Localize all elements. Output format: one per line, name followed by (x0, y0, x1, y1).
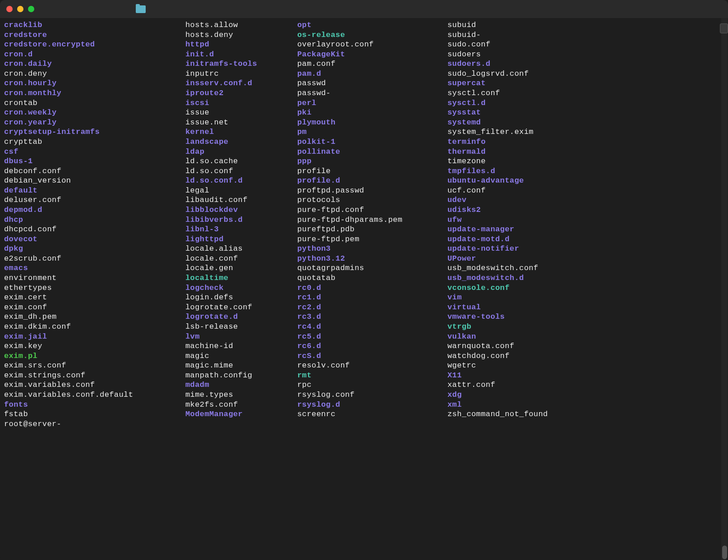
ls-entry: exim.variables.conf.default (4, 390, 185, 400)
ls-entry: crontab (4, 98, 185, 108)
ls-entry: sudoers.d (447, 59, 587, 69)
ls-entry: credstore.encrypted (4, 40, 185, 50)
ls-entry: vim (447, 293, 587, 303)
ls-entry: ld.so.cache (185, 156, 297, 166)
ls-entry: xdg (447, 390, 587, 400)
ls-entry: exim.key (4, 341, 185, 351)
ls-entry: ufw (447, 215, 587, 225)
ls-entry: ld.so.conf (185, 166, 297, 176)
close-button[interactable] (6, 6, 13, 12)
ls-entry: libnl-3 (185, 225, 297, 234)
ls-entry: hosts.deny (185, 30, 297, 40)
ls-entry: magic (185, 351, 297, 361)
ls-entry: ethertypes (4, 283, 185, 293)
ls-entry: inputrc (185, 69, 297, 79)
ls-entry: debian_version (4, 176, 185, 186)
ls-entry: tmpfiles.d (447, 166, 587, 176)
ls-entry: pam.d (297, 69, 447, 79)
ls-entry: screenrc (297, 409, 447, 419)
ls-entry: depmod.d (4, 205, 185, 215)
ls-entry: lvm (185, 332, 297, 342)
ls-entry: cron.yearly (4, 118, 185, 128)
ls-entry: localtime (185, 273, 297, 283)
ls-entry: profile (297, 166, 447, 176)
ls-entry: exim.conf (4, 303, 185, 312)
ls-entry: rc6.d (297, 341, 447, 351)
ls-entry: perl (297, 98, 447, 108)
ls-entry: exim.strings.conf (4, 371, 185, 381)
titlebar (0, 0, 728, 18)
ls-entry: mdadm (185, 380, 297, 390)
ls-entry: exim.dkim.conf (4, 322, 185, 332)
ls-entry: kernel (185, 127, 297, 137)
ls-entry: logrotate.d (185, 312, 297, 322)
ls-entry: ldap (185, 147, 297, 157)
ls-entry: cron.hourly (4, 78, 185, 88)
traffic-lights (6, 6, 34, 12)
ls-entry: ubuntu-advantage (447, 176, 587, 186)
ls-entry: manpath.config (185, 371, 297, 381)
ls-output-columns: cracklibcredstorecredstore.encryptedcron… (4, 20, 724, 419)
ls-entry: passwd (297, 78, 447, 88)
ls-entry: pure-ftpd.conf (297, 205, 447, 215)
ls-entry: initramfs-tools (185, 59, 297, 69)
ls-entry: opt (297, 20, 447, 30)
ls-entry: rc1.d (297, 293, 447, 303)
ls-entry: python3.12 (297, 254, 447, 264)
ls-entry: python3 (297, 244, 447, 254)
ls-entry: debconf.conf (4, 166, 185, 176)
shell-prompt[interactable]: root@server- (4, 419, 724, 429)
ls-entry: cron.daily (4, 59, 185, 69)
ls-entry: sysctl.d (447, 98, 587, 108)
ls-entry: landscape (185, 137, 297, 147)
ls-entry: pm (297, 127, 447, 137)
ls-entry: cron.monthly (4, 88, 185, 98)
ls-entry: exim.jail (4, 332, 185, 342)
ls-entry: crypttab (4, 137, 185, 147)
ls-entry: wgetrc (447, 361, 587, 371)
ls-entry: usb_modeswitch.d (447, 273, 587, 283)
ls-entry: polkit-1 (297, 137, 447, 147)
ls-entry: X11 (447, 371, 587, 381)
ls-entry: fonts (4, 400, 185, 410)
ls-entry: xattr.conf (447, 380, 587, 390)
minimize-button[interactable] (17, 6, 23, 12)
ls-entry: cron.weekly (4, 108, 185, 118)
ls-entry: magic.mime (185, 361, 297, 371)
ls-column-3: subuidsubuid-sudo.confsudoerssudoers.dsu… (447, 20, 587, 419)
ls-entry: supercat (447, 78, 587, 88)
ls-entry: credstore (4, 30, 185, 40)
ls-entry: lighttpd (185, 234, 297, 244)
ls-entry: iproute2 (185, 88, 297, 98)
folder-icon (136, 5, 146, 13)
ls-entry: os-release (297, 30, 447, 40)
maximize-button[interactable] (28, 6, 34, 12)
scrollbar-track[interactable] (721, 18, 728, 560)
ls-entry: profile.d (297, 176, 447, 186)
ls-entry: zsh_command_not_found (447, 409, 587, 419)
ls-entry: dhcpcd.conf (4, 225, 185, 234)
ls-entry: thermald (447, 147, 587, 157)
ls-entry: mke2fs.conf (185, 400, 297, 410)
ls-entry: exim.variables.conf (4, 380, 185, 390)
ls-entry: exim_dh.pem (4, 312, 185, 322)
ls-entry: environment (4, 273, 185, 283)
ls-entry: ModemManager (185, 409, 297, 419)
ls-entry: pure-ftpd-dhparams.pem (297, 215, 447, 225)
side-tab-icon[interactable] (720, 23, 728, 33)
ls-entry: cracklib (4, 20, 185, 30)
ls-entry: init.d (185, 50, 297, 60)
ls-entry: exim.srs.conf (4, 361, 185, 371)
ls-entry: mime.types (185, 390, 297, 400)
terminal-window: cracklibcredstorecredstore.encryptedcron… (0, 0, 728, 560)
ls-entry: overlayroot.conf (297, 40, 447, 50)
ls-entry: rsyslog.conf (297, 390, 447, 400)
ls-entry: rcS.d (297, 351, 447, 361)
ls-entry: locale.gen (185, 263, 297, 273)
scrollbar-thumb[interactable] (722, 546, 727, 559)
ls-entry: vmware-tools (447, 312, 587, 322)
ls-entry: sudoers (447, 50, 587, 60)
terminal-output[interactable]: cracklibcredstorecredstore.encryptedcron… (0, 18, 728, 560)
ls-entry: update-motd.d (447, 234, 587, 244)
ls-entry: cryptsetup-initramfs (4, 127, 185, 137)
